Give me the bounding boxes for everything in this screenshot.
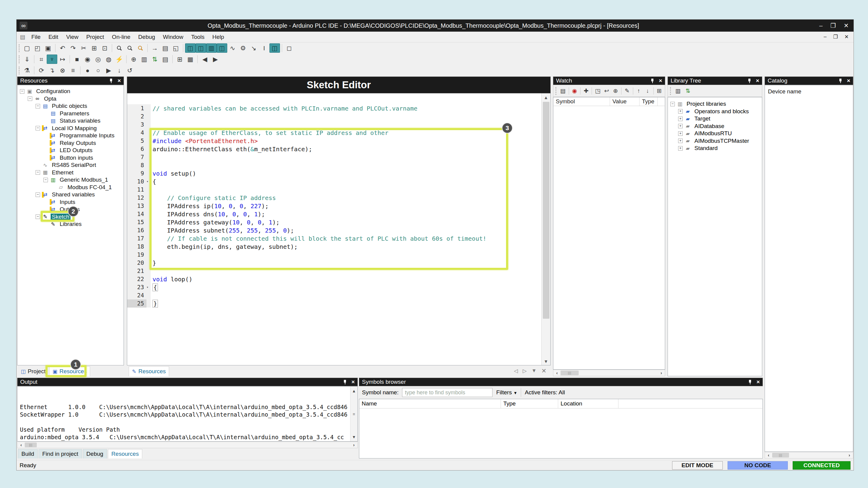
close-icon[interactable]: × xyxy=(659,77,662,84)
online-values-button[interactable]: ⊕ xyxy=(128,55,139,64)
tree-item-programmable-inputs[interactable]: −⇄Programmable Inputs xyxy=(18,132,124,139)
paste-button[interactable]: ⊡ xyxy=(99,43,110,53)
call-stack-button[interactable]: ≡ xyxy=(68,66,79,75)
tree-item-local-io-mapping[interactable]: −⇄Local IO Mapping xyxy=(18,125,124,132)
output-log[interactable]: Ethernet 1.0.0 C:\Users\mcmch\AppData\Lo… xyxy=(17,386,358,442)
find-in-project-button[interactable] xyxy=(135,43,146,53)
device-setup-button[interactable]: ⌗ xyxy=(36,55,47,64)
scroll-right-icon[interactable]: › xyxy=(846,453,853,458)
scroll-right-icon[interactable]: › xyxy=(658,370,665,375)
scroll-right-icon[interactable]: › xyxy=(350,443,358,447)
toolbar-handle[interactable] xyxy=(19,67,20,74)
project-toolwindow-button[interactable]: ◫ xyxy=(185,43,195,53)
debug-mode-button[interactable]: ⚗ xyxy=(22,66,32,75)
menu-tools[interactable]: Tools xyxy=(187,33,208,41)
symbols-column-type[interactable]: Type xyxy=(501,399,558,408)
tree-item-status-variables[interactable]: −▤Status variables xyxy=(18,117,124,125)
expand-icon[interactable]: + xyxy=(678,109,683,113)
output-tab-build[interactable]: Build xyxy=(18,449,38,458)
open-project-button[interactable]: ◰ xyxy=(32,43,43,53)
scroll-left-icon[interactable]: ‹ xyxy=(765,453,772,458)
menu-view[interactable]: View xyxy=(62,33,82,41)
toolbar-handle[interactable] xyxy=(19,56,20,63)
menu-on-line[interactable]: On-line xyxy=(108,33,134,41)
panel-tab-project[interactable]: ◫Project xyxy=(18,367,49,376)
expand-icon[interactable]: + xyxy=(678,146,683,151)
tree-item-aidatabase[interactable]: +▰AIDatabase xyxy=(668,123,762,130)
tab-close-icon[interactable]: ✕ xyxy=(541,367,547,375)
navigate-forward-button[interactable]: ▶ xyxy=(210,55,221,64)
append-watch-button[interactable]: ⊕ xyxy=(611,87,620,96)
print-button[interactable]: ▤ xyxy=(160,43,170,53)
expand-icon[interactable]: + xyxy=(678,117,683,121)
step-into-button[interactable]: ↴ xyxy=(47,66,57,75)
expand-icon[interactable]: + xyxy=(678,138,683,143)
scroll-left-icon[interactable]: ‹ xyxy=(18,443,25,447)
step-button[interactable]: ⟳ xyxy=(36,66,47,75)
watch-horizontal-scrollbar[interactable]: ‹ ||| › xyxy=(553,369,665,376)
tree-item-opta[interactable]: −∞Opta xyxy=(18,95,124,103)
tree-item-aimodbustcpmaster[interactable]: +▰AIModbusTCPMaster xyxy=(668,137,762,145)
library-toolwindow-button[interactable]: ▥ xyxy=(206,43,217,53)
code-editor[interactable]: 1// shared variables can be accessed wit… xyxy=(127,93,541,365)
copy-button[interactable]: ⊞ xyxy=(89,43,99,53)
insert-column-button[interactable]: ▥ xyxy=(673,87,683,96)
tree-item-standard[interactable]: +▰Standard xyxy=(668,144,762,152)
output-horizontal-scrollbar[interactable]: ‹ ||| › xyxy=(17,442,358,448)
warm-restart-button[interactable]: ◎ xyxy=(93,55,103,64)
scroll-down-icon[interactable]: ▼ xyxy=(541,357,550,365)
tree-item-public-objects[interactable]: −▤Public objects xyxy=(18,102,124,110)
watch-column-type[interactable]: Type xyxy=(640,97,658,106)
text-toolwindow-button[interactable]: I xyxy=(259,43,270,53)
collapse-icon[interactable]: − xyxy=(20,89,24,94)
watch-column-value[interactable]: Value xyxy=(610,97,640,106)
print-preview-button[interactable]: ◱ xyxy=(170,43,181,53)
cold-restart-button[interactable]: ◉ xyxy=(82,55,93,64)
mdi-restore-button[interactable]: ❐ xyxy=(833,34,838,40)
breakpoint-button[interactable]: ○ xyxy=(93,66,103,75)
symbols-body[interactable] xyxy=(359,409,763,458)
tree-item-target[interactable]: +▰Target xyxy=(668,115,762,123)
record-button[interactable]: ● xyxy=(82,66,93,75)
refresh-columns-button[interactable]: ⇅ xyxy=(150,55,160,64)
tree-item-modbus-fc-04-1[interactable]: −▱Modbus FC-04_1 xyxy=(18,184,124,191)
save-watch-button[interactable]: ◳ xyxy=(593,87,602,96)
tree-item-ethernet[interactable]: −▦Ethernet xyxy=(18,169,124,176)
browser-toolwindow-button[interactable]: ◫ xyxy=(270,43,280,53)
step-down-button[interactable]: ↓ xyxy=(114,66,124,75)
close-icon[interactable]: × xyxy=(847,77,850,84)
watch-grid-button[interactable]: ▤ xyxy=(558,87,567,96)
mdi-minimize-button[interactable]: – xyxy=(824,34,827,40)
hot-restart-button[interactable]: ◍ xyxy=(103,55,114,64)
move-down-button[interactable]: ↓ xyxy=(643,87,652,96)
tree-item-aimodbusrtu[interactable]: +▰AIModbusRTU xyxy=(668,130,762,137)
loop-debug-button[interactable]: ↺ xyxy=(124,66,135,75)
pin-icon[interactable] xyxy=(747,78,752,84)
clear-watch-button[interactable]: ✎ xyxy=(623,87,632,96)
watch-toolwindow-button[interactable]: ◫ xyxy=(217,43,227,53)
menu-file[interactable]: File xyxy=(27,33,44,41)
insert-column-button[interactable]: ▥ xyxy=(139,55,150,64)
grid-add-button[interactable]: ⊞ xyxy=(175,55,185,64)
undo-button[interactable]: ↶ xyxy=(57,43,68,53)
compile-button[interactable]: ⚡ xyxy=(114,55,124,64)
close-icon[interactable]: × xyxy=(351,379,355,385)
oscilloscope-toolwindow-button[interactable]: ∿ xyxy=(227,43,238,53)
halt-button[interactable]: ■ xyxy=(72,55,82,64)
tree-item-button-inputs[interactable]: −⇄Button inputs xyxy=(18,154,124,162)
cut-button[interactable]: ✂ xyxy=(79,43,89,53)
menu-window[interactable]: Window xyxy=(159,33,187,41)
mdi-close-button[interactable]: ✕ xyxy=(844,34,849,40)
panel-tab-resources[interactable]: ▣Resources xyxy=(49,366,90,376)
symbol-search-input[interactable]: type here to find symbols xyxy=(402,388,493,397)
menu-debug[interactable]: Debug xyxy=(134,33,159,41)
run-button[interactable]: ▶ xyxy=(103,66,114,75)
output-vertical-scrollbar[interactable]: ▲≡▼ xyxy=(350,387,358,441)
breakpoint-settings-button[interactable]: ⊗ xyxy=(57,66,68,75)
tree-item-libraries[interactable]: −✎Libraries xyxy=(18,221,124,228)
collapse-icon[interactable]: − xyxy=(28,96,32,101)
redo-button[interactable]: ↷ xyxy=(68,43,79,53)
tree-item-rs485-serialport[interactable]: −∿RS485 SerialPort xyxy=(18,161,124,169)
menu-project[interactable]: Project xyxy=(82,33,108,41)
collapse-icon[interactable]: − xyxy=(670,102,675,106)
